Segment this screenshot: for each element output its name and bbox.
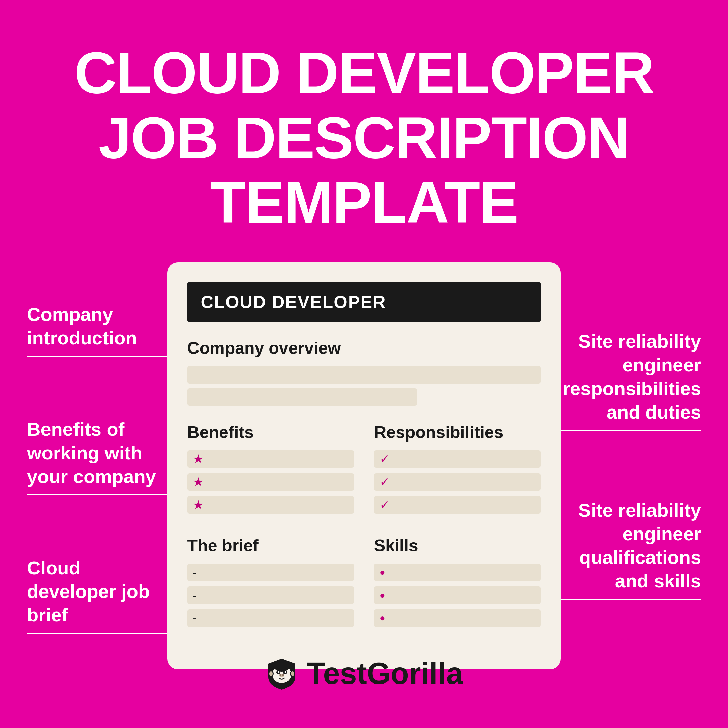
job-brief-line	[27, 633, 167, 634]
benefits-section: Benefits ★ ★ ★	[187, 423, 354, 519]
responsibility-row-2[interactable]: ✓	[374, 473, 541, 491]
responsibilities-section: Responsibilities ✓ ✓ ✓	[374, 423, 541, 519]
svg-point-10	[269, 671, 273, 676]
benefit-row-3[interactable]: ★	[187, 496, 354, 514]
company-overview-section: Company overview	[187, 338, 541, 406]
svg-point-11	[291, 671, 294, 676]
star-icon-1: ★	[193, 453, 203, 465]
dash-icon-3: -	[193, 612, 197, 624]
two-column-benefits-responsibilities: Benefits ★ ★ ★ Responsibilities ✓ ✓	[187, 423, 541, 519]
dot-icon-1: ●	[379, 567, 385, 577]
logo-text: TestGorilla	[307, 656, 463, 691]
dash-icon-1: -	[193, 566, 197, 578]
right-labels: Site reliability engineer responsibiliti…	[561, 262, 701, 600]
check-icon-1: ✓	[379, 453, 390, 465]
footer: TestGorilla	[0, 656, 728, 691]
benefits-line	[27, 494, 167, 496]
check-icon-3: ✓	[379, 499, 390, 511]
content-area: Company introduction Benefits of working…	[0, 262, 728, 669]
company-overview-input-2[interactable]	[187, 388, 417, 406]
right-label-qualifications: Site reliability engineer qualifications…	[561, 499, 701, 600]
left-label-company-intro: Company introduction	[27, 303, 167, 357]
two-column-brief-skills: The brief - - - Skills ● ●	[187, 536, 541, 632]
dash-icon-2: -	[193, 589, 197, 601]
brief-row-2[interactable]: -	[187, 586, 354, 604]
company-intro-line	[27, 356, 167, 357]
svg-point-3	[278, 671, 280, 673]
brief-row-1[interactable]: -	[187, 564, 354, 581]
responsibility-row-1[interactable]: ✓	[374, 450, 541, 468]
svg-point-4	[285, 671, 286, 673]
right-label-responsibilities: Site reliability engineer responsibiliti…	[561, 330, 701, 431]
title-line2: JOB DESCRIPTION	[99, 105, 629, 171]
responsibilities-header: Responsibilities	[374, 423, 541, 442]
title-section: CLOUD DEVELOPER JOB DESCRIPTION TEMPLATE	[0, 0, 728, 262]
skills-section: Skills ● ● ●	[374, 536, 541, 632]
skill-row-1[interactable]: ●	[374, 564, 541, 581]
right-qualifications-line	[561, 599, 701, 600]
testgorilla-logo-icon	[265, 657, 298, 691]
job-brief-label: Cloud developer job brief	[27, 556, 167, 627]
benefit-row-2[interactable]: ★	[187, 473, 354, 491]
left-label-benefits: Benefits of working with your company	[27, 418, 167, 496]
title-line1: CLOUD DEVELOPER	[74, 40, 654, 106]
form-card: CLOUD DEVELOPER Company overview Benefit…	[167, 262, 561, 669]
responsibility-row-3[interactable]: ✓	[374, 496, 541, 514]
skill-row-2[interactable]: ●	[374, 586, 541, 604]
check-icon-2: ✓	[379, 476, 390, 488]
left-label-job-brief: Cloud developer job brief	[27, 556, 167, 634]
dot-icon-2: ●	[379, 590, 385, 600]
form-header-title: CLOUD DEVELOPER	[201, 292, 528, 312]
benefits-header: Benefits	[187, 423, 354, 442]
right-responsibilities-text: Site reliability engineer responsibiliti…	[561, 330, 701, 424]
company-intro-label: Company introduction	[27, 303, 167, 350]
company-overview-input-1[interactable]	[187, 366, 541, 384]
benefits-label: Benefits of working with your company	[27, 418, 167, 488]
skill-row-3[interactable]: ●	[374, 609, 541, 627]
skills-header: Skills	[374, 536, 541, 555]
main-title: CLOUD DEVELOPER JOB DESCRIPTION TEMPLATE	[0, 40, 728, 235]
dot-icon-3: ●	[379, 613, 385, 623]
left-labels: Company introduction Benefits of working…	[27, 262, 167, 634]
star-icon-3: ★	[193, 499, 203, 511]
right-qualifications-text: Site reliability engineer qualifications…	[561, 499, 701, 593]
svg-point-6	[280, 674, 281, 676]
right-responsibilities-line	[561, 430, 701, 431]
svg-point-12	[274, 662, 289, 672]
title-line3: TEMPLATE	[210, 170, 518, 235]
svg-point-7	[283, 674, 284, 676]
brief-header: The brief	[187, 536, 354, 555]
brief-row-3[interactable]: -	[187, 609, 354, 627]
logo-container: TestGorilla	[265, 656, 463, 691]
form-header: CLOUD DEVELOPER	[187, 283, 541, 321]
brief-section: The brief - - -	[187, 536, 354, 632]
company-overview-label: Company overview	[187, 338, 541, 358]
benefit-row-1[interactable]: ★	[187, 450, 354, 468]
star-icon-2: ★	[193, 476, 203, 488]
